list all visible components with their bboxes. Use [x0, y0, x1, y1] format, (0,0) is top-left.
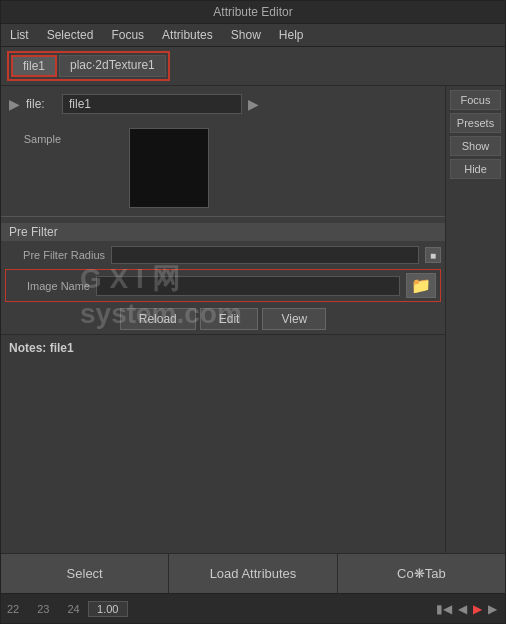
timeline-num-23: 23 [37, 603, 49, 615]
menu-help[interactable]: Help [276, 27, 307, 43]
timeline-skip-start[interactable]: ▮◀ [434, 602, 454, 616]
tab-area: file1 plac·2dTexture1 [1, 47, 505, 86]
left-content: ▶ file: ▶ Sample Pre Filter Pre Filter R… [1, 86, 445, 553]
timeline-num-22: 22 [7, 603, 19, 615]
action-buttons-row: Reload Edit View [1, 304, 445, 334]
file-row: ▶ file: ▶ [1, 90, 445, 118]
pre-filter-radius-input[interactable] [111, 246, 419, 264]
sample-section: Sample [1, 124, 445, 212]
timeline-value-input[interactable] [88, 601, 128, 617]
notes-title: Notes: file1 [9, 341, 437, 355]
file-label: file: [26, 97, 56, 111]
title-label: Attribute Editor [213, 5, 292, 19]
right-buttons-panel: Focus Presets Show Hide [445, 86, 505, 553]
presets-button[interactable]: Presets [450, 113, 501, 133]
main-content-area: ▶ file: ▶ Sample Pre Filter Pre Filter R… [1, 86, 505, 553]
pre-filter-header: Pre Filter [1, 223, 445, 241]
menu-focus[interactable]: Focus [108, 27, 147, 43]
timeline-prev[interactable]: ◀ [456, 602, 469, 616]
timeline-bar: 22 23 24 ▮◀ ◀ ▶ ▶ [1, 593, 505, 623]
arrow-icon-2[interactable]: ▶ [248, 96, 259, 112]
folder-icon: 📁 [411, 276, 431, 295]
menu-attributes[interactable]: Attributes [159, 27, 216, 43]
title-bar: Attribute Editor [1, 1, 505, 24]
file-input[interactable] [62, 94, 242, 114]
view-button[interactable]: View [262, 308, 326, 330]
copy-tab-button[interactable]: Co❋Tab [338, 554, 505, 593]
hide-button[interactable]: Hide [450, 159, 501, 179]
bottom-buttons-bar: Select Load Attributes Co❋Tab [1, 553, 505, 593]
section-divider-1 [1, 216, 445, 217]
timeline-next[interactable]: ▶ [486, 602, 499, 616]
folder-button[interactable]: 📁 [406, 273, 436, 298]
load-attributes-button[interactable]: Load Attributes [169, 554, 337, 593]
image-name-input[interactable] [96, 276, 400, 296]
arrow-icon-1[interactable]: ▶ [9, 96, 20, 112]
select-button[interactable]: Select [1, 554, 169, 593]
reload-button[interactable]: Reload [120, 308, 196, 330]
timeline-controls: ▮◀ ◀ ▶ ▶ [434, 602, 499, 616]
timeline-play-marker[interactable]: ▶ [471, 602, 484, 616]
notes-area: Notes: file1 [1, 334, 445, 553]
pre-filter-icon[interactable]: ■ [425, 247, 441, 263]
menu-show[interactable]: Show [228, 27, 264, 43]
image-name-label: Image Name [10, 280, 90, 292]
sample-label: Sample [24, 133, 61, 145]
sample-preview [129, 128, 209, 208]
menu-list[interactable]: List [7, 27, 32, 43]
image-name-row: Image Name 📁 [5, 269, 441, 302]
edit-button[interactable]: Edit [200, 308, 259, 330]
timeline-numbers: 22 23 24 [7, 603, 80, 615]
tab-file1[interactable]: file1 [11, 55, 57, 77]
tab-place2d[interactable]: plac·2dTexture1 [59, 55, 166, 77]
menu-bar: List Selected Focus Attributes Show Help [1, 24, 505, 47]
menu-selected[interactable]: Selected [44, 27, 97, 43]
show-button[interactable]: Show [450, 136, 501, 156]
tab-red-border: file1 plac·2dTexture1 [7, 51, 170, 81]
pre-filter-radius-row: Pre Filter Radius ■ [1, 243, 445, 267]
pre-filter-radius-label: Pre Filter Radius [5, 249, 105, 261]
timeline-num-24: 24 [68, 603, 80, 615]
focus-button[interactable]: Focus [450, 90, 501, 110]
